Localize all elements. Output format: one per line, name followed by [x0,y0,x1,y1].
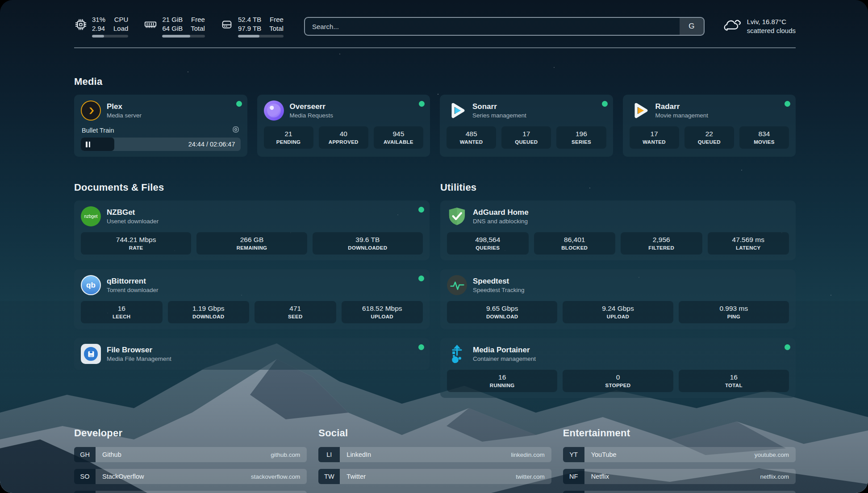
status-online-dot [418,276,424,281]
memory-progress-track [162,35,205,38]
bookmark-github[interactable]: GH Github github.com [74,447,307,462]
search-engine-button[interactable]: G [680,18,704,35]
status-online-dot [785,344,790,350]
stat-block: 16RUNNING [447,370,557,392]
bookmark-abbr: GH [74,447,96,462]
bookmark-stackoverflow[interactable]: SO StackOverflow stackoverflow.com [74,469,307,484]
nzbget-card[interactable]: nzbget NZBGet Usenet downloader 744.21 M… [74,201,430,260]
overseerr-card[interactable]: Overseerr Media Requests 21PENDING 40APP… [257,95,430,157]
stat-block: 945AVAILABLE [374,126,423,149]
service-description: Movie management [655,112,709,119]
service-description: Usenet downloader [107,218,159,225]
filebrowser-card[interactable]: File Browser Media File Management [74,338,430,370]
radarr-icon [630,100,650,121]
status-online-dot [236,101,242,107]
nzbget-icon: nzbget [81,206,101,226]
developer-section-title: Developer [74,427,307,439]
bookmark-dev[interactable]: DT DEV dev.to [74,491,307,493]
cpu-progress-fill [92,35,104,38]
disk-widget: 52.4 TB 97.9 TB Free Total [220,15,284,38]
playback-time: 24:44 / 02:06:47 [188,141,241,148]
adguard-icon [447,206,467,226]
status-online-dot [602,101,608,107]
developer-bookmarks: Developer GH Github github.com SO StackO… [74,427,307,493]
service-description: Media File Management [107,355,171,362]
sonarr-card[interactable]: Sonarr Series management 485WANTED 17QUE… [440,95,613,157]
filebrowser-icon [81,344,101,364]
bookmark-name: StackOverflow [102,473,144,480]
bookmark-linkedin[interactable]: LI LinkedIn linkedin.com [318,447,551,462]
bookmark-abbr: DT [74,491,96,493]
stat-block: 498,564QUERIES [447,232,529,255]
bookmark-abbr: RE [563,491,584,493]
memory-progress-fill [162,35,190,38]
service-name: File Browser [107,346,171,355]
cpu-label: CPU [113,15,128,24]
bookmark-youtube[interactable]: YT YouTube youtube.com [563,447,796,462]
stat-block: 834MOVIES [739,126,789,149]
memory-free-label: Free [191,15,205,24]
disk-free-value: 52.4 TB [238,15,261,24]
cpu-widget: 31% 2.94 CPU Load [74,15,128,38]
qbittorrent-card[interactable]: qb qBittorrent Torrent downloader 16LEEC… [74,269,430,329]
adguard-card[interactable]: AdGuard Home DNS and adblocking 498,564Q… [440,201,796,260]
plex-card[interactable]: Plex Media server Bullet Train [74,95,247,157]
service-description: Container management [473,355,536,362]
service-description: Torrent downloader [107,287,159,293]
documents-section-title: Documents & Files [74,182,430,193]
playback-progress-bar[interactable]: 24:44 / 02:06:47 [81,138,241,151]
service-description: Media Requests [290,112,334,119]
utilities-column: Utilities AdGuard Home DNS and [440,182,796,398]
memory-widget: 21 GiB 64 GiB Free Total [143,15,205,38]
status-online-dot [419,101,425,107]
stat-block: 618.52 MbpsUPLOAD [342,301,423,323]
stat-block: 196SERIES [556,126,606,149]
sonarr-icon [447,100,467,121]
bookmark-twitter[interactable]: TW Twitter twitter.com [318,469,551,484]
stat-block: 0STOPPED [563,370,673,392]
bookmark-url: twitter.com [516,473,545,480]
memory-free-value: 21 GiB [162,15,183,24]
bookmark-reddit[interactable]: RE Reddit reddit.com [563,491,796,493]
stat-block: 16LEECH [81,301,163,323]
disk-free-label: Free [269,15,284,24]
bookmark-name: Twitter [346,473,366,480]
bookmark-name: LinkedIn [346,451,371,458]
plex-now-playing: Bullet Train 24:44 / 02:06:47 [81,125,241,151]
stat-block: 744.21 MbpsRATE [81,232,191,255]
cpu-progress-track [92,35,128,38]
portainer-card[interactable]: Media Portainer Container management 16R… [440,338,796,398]
service-name: Media Portainer [473,346,536,355]
stat-block: 9.65 GbpsDOWNLOAD [447,301,557,323]
bookmark-url: youtube.com [755,451,789,458]
playback-elapsed-segment [81,138,114,151]
disk-icon [220,18,234,33]
bookmark-url: netflix.com [760,473,789,480]
bookmark-abbr: TW [318,469,340,484]
disk-progress-track [238,35,284,38]
entertainment-section-title: Entertainment [563,427,796,439]
bookmark-url: linkedin.com [511,451,545,458]
service-name: AdGuard Home [473,208,529,217]
disk-total-label: Total [269,24,284,33]
bookmark-url: github.com [271,451,300,458]
portainer-icon [447,344,467,364]
disk-total-value: 97.9 TB [238,24,261,33]
resource-widgets: 31% 2.94 CPU Load [74,15,284,38]
now-playing-settings-icon[interactable] [232,126,239,134]
stat-block: 22QUEUED [684,126,734,149]
bookmark-netflix[interactable]: NF Netflix netflix.com [563,469,796,484]
top-bar: 31% 2.94 CPU Load [74,15,796,38]
stat-block: 266 GBREMAINING [196,232,307,255]
stat-block: 16TOTAL [679,370,789,392]
stat-block: 47.569 msLATENCY [708,232,789,255]
documents-column: Documents & Files nzbget NZBGet Usenet d… [74,182,430,398]
radarr-card[interactable]: Radarr Movie management 17WANTED 22QUEUE… [623,95,796,157]
snow-specks [0,0,1,1]
bookmark-abbr: SO [74,469,96,484]
utilities-section-title: Utilities [440,182,796,193]
now-playing-title: Bullet Train [82,127,114,134]
speedtest-card[interactable]: Speedtest Speedtest Tracking 9.65 GbpsDO… [440,269,796,329]
bookmark-abbr: LI [318,447,340,462]
search-input[interactable] [305,18,680,35]
